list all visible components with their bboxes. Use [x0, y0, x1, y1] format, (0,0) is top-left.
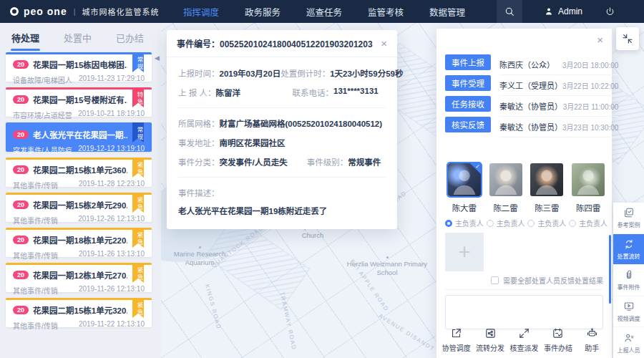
- rail-item-reporters[interactable]: 上报人员: [613, 327, 644, 358]
- event-title: 花果园一期12栋1单元270...: [33, 269, 127, 281]
- tab-pending[interactable]: 待处理: [11, 31, 39, 44]
- event-datetime: 2019-11-22 12:13:10: [79, 320, 145, 331]
- handler-name: 陈三雷: [527, 202, 568, 213]
- power-icon: [605, 6, 615, 17]
- feedback-checkbox[interactable]: 需要全部处置人员反馈处置结果: [491, 275, 603, 286]
- rail-item-reference-cases[interactable]: 参考案例: [613, 203, 644, 234]
- top-navbar: peo one | 城市网格化监管系统 指挥调度 政务服务 巡查任务 监管考核 …: [0, 0, 644, 23]
- system-title: 城市网格化监管系统: [82, 6, 160, 17]
- phone-label: 联系电话：: [293, 87, 334, 98]
- event-title: 花果园二期15栋1单元360...: [33, 164, 127, 175]
- event-card[interactable]: 紧急 20花果园一期15栋2单元290... 其他事件/传销2019-12-26…: [6, 193, 152, 222]
- address-label: 事发地址：: [178, 137, 220, 148]
- event-card[interactable]: 紧急 20花果园一期18栋1单元220... 其他事件/传销2019-11-26…: [6, 228, 152, 257]
- panel-close-icon[interactable]: ×: [597, 34, 603, 45]
- event-datetime: 2019-12-26 12:13:10: [78, 215, 145, 226]
- action-flow-distribute[interactable]: 流转分发: [473, 327, 507, 353]
- primary-responsible-radio[interactable]: 主负责人: [485, 218, 527, 228]
- app-window: peo one | 城市网格化监管系统 指挥调度 政务服务 巡查任务 监管考核 …: [0, 0, 644, 358]
- disposition-comment-input[interactable]: [445, 295, 603, 329]
- event-title: 花果园一期18栋1单元220...: [33, 234, 127, 246]
- event-card[interactable]: 特急 20花果园一期15号楼附近有... 市容环境/占道经营2019-10-21…: [6, 87, 152, 117]
- timeline-time: 3月22日 10:22:00: [562, 80, 618, 91]
- event-datetime: 2019-11-28 12:23:10: [79, 180, 145, 190]
- handler-name: 陈大雷: [444, 202, 485, 213]
- avatar[interactable]: ✓: [448, 163, 481, 196]
- step-event-report[interactable]: 事件上报: [445, 54, 491, 70]
- action-assistant[interactable]: 助手: [575, 327, 609, 353]
- avatar[interactable]: [489, 163, 522, 196]
- count-badge: 20: [13, 130, 29, 139]
- search-button[interactable]: [497, 0, 522, 23]
- panel-scrollbar[interactable]: [609, 235, 611, 304]
- add-handler-button[interactable]: +: [445, 233, 484, 271]
- user-menu[interactable]: Admin: [544, 0, 582, 23]
- event-title: 老人张光平在花果园一期...: [33, 129, 127, 140]
- circular-flow-icon: [623, 238, 635, 250]
- collapse-panel-button[interactable]: [616, 27, 639, 50]
- action-verify-dispatch[interactable]: 核查派发: [507, 327, 541, 353]
- event-category: 其他事件/传销: [13, 180, 58, 190]
- handler-list: ✓ 陈大雷 主负责人 陈二雷 主负责人 陈三雷 主负责人: [444, 163, 609, 228]
- modal-close-icon[interactable]: ×: [381, 38, 387, 49]
- rail-item-disposition-flow[interactable]: 处置流转: [613, 234, 644, 266]
- rail-label: 参考案例: [618, 221, 640, 228]
- handler-cell: 陈四雷 主负责人: [567, 163, 609, 228]
- radio-off-icon[interactable]: [527, 220, 535, 227]
- event-detail-modal: 事件编号：00525201024180040512201903201203 × …: [167, 30, 397, 229]
- event-datetime: 2019-11-26 12:13:10: [79, 285, 145, 296]
- count-badge: 20: [13, 95, 29, 104]
- step-event-accept[interactable]: 事件受理: [445, 75, 491, 91]
- count-badge: 20: [13, 165, 29, 174]
- timeline-row: 秦敏达（协管员）3月23日 10:30:00: [499, 117, 618, 137]
- event-id-title: 事件编号：00525201024180040512201903201203: [177, 37, 373, 49]
- avatar[interactable]: [572, 163, 605, 196]
- event-title: 花果园一期15栋2单元290...: [33, 199, 127, 211]
- paperclip-icon: [623, 269, 635, 281]
- rail-label: 上报人员: [618, 346, 640, 354]
- event-title: 花果园二期15栋1单元320...: [33, 304, 127, 316]
- rail-item-event-attachments[interactable]: 事件附件: [613, 265, 644, 296]
- person-silhouette-icon: [530, 163, 563, 196]
- event-id-label: 事件编号：: [177, 39, 220, 49]
- event-card[interactable]: 紧急 20花果园二期15栋1单元320... 其他事件/传销2019-11-22…: [6, 298, 152, 327]
- tab-processing[interactable]: 处置中: [64, 31, 92, 44]
- reporter-label: 上 报 人：: [178, 87, 215, 98]
- tab-closed[interactable]: 已办结: [116, 31, 144, 44]
- event-card[interactable]: 紧急 20花果园二期15栋1单元360... 其他事件/传销2019-11-28…: [6, 158, 152, 187]
- rail-item-video-dispatch[interactable]: 视频调度: [613, 296, 644, 328]
- nav-item-gov-services[interactable]: 政务服务: [245, 5, 280, 19]
- handler-cell: 陈二雷 主负责人: [485, 163, 527, 228]
- event-card-selected[interactable]: 常规 20老人张光平在花果园一期... 突发事件/人员防疫2019-12-12 …: [6, 122, 152, 152]
- avatar[interactable]: [530, 163, 563, 196]
- nav-item-data-management[interactable]: 数据管理: [429, 5, 465, 19]
- action-label: 流转分发: [476, 342, 504, 353]
- divider: [178, 107, 386, 108]
- sidebar-collapse-arrow-icon[interactable]: ◀: [155, 54, 160, 62]
- event-id-value: 00525201024180040512201903201203: [220, 39, 373, 49]
- nav-item-patrol-tasks[interactable]: 巡查任务: [306, 5, 342, 19]
- radio-on-icon[interactable]: [445, 220, 452, 227]
- level-value: 常规事件: [348, 156, 381, 168]
- primary-responsible-radio[interactable]: 主负责人: [444, 218, 485, 228]
- nav-item-dispatch[interactable]: 指挥调度: [183, 5, 219, 19]
- checkbox-icon[interactable]: [491, 276, 499, 284]
- step-task-receive[interactable]: 任务接收: [445, 96, 491, 112]
- brand-divider: |: [74, 7, 76, 16]
- nav-item-supervision[interactable]: 监管考核: [368, 5, 404, 19]
- logo-icon: [10, 7, 19, 16]
- action-co-dispatch[interactable]: 协管调度: [439, 327, 473, 353]
- handler-cell: 陈三雷 主负责人: [527, 163, 568, 228]
- modal-body: 上报时间：2019年03月20日 处置倒计时：1天23小时59分59秒 上 报 …: [167, 57, 397, 229]
- logout-button[interactable]: [605, 0, 615, 23]
- radio-off-icon[interactable]: [487, 220, 494, 227]
- step-verify-feedback[interactable]: 核实反馈: [445, 117, 491, 132]
- event-card[interactable]: 常规 20花果园一期15栋因电梯困... 设备故障/电梯困人2019-11-23…: [6, 52, 152, 82]
- event-card[interactable]: 紧急 20花果园一期12栋1单元270... 其他事件/传销2019-11-26…: [6, 263, 152, 292]
- radio-off-icon[interactable]: [569, 220, 576, 227]
- action-close-event[interactable]: 事件办结: [541, 327, 575, 353]
- primary-responsible-radio[interactable]: 主负责人: [527, 218, 568, 228]
- calendar-check-icon: [552, 327, 564, 339]
- primary-responsible-radio[interactable]: 主负责人: [567, 218, 609, 228]
- timeline-row: 秦敏达（协管员）3月22日 11:00:00: [499, 96, 618, 117]
